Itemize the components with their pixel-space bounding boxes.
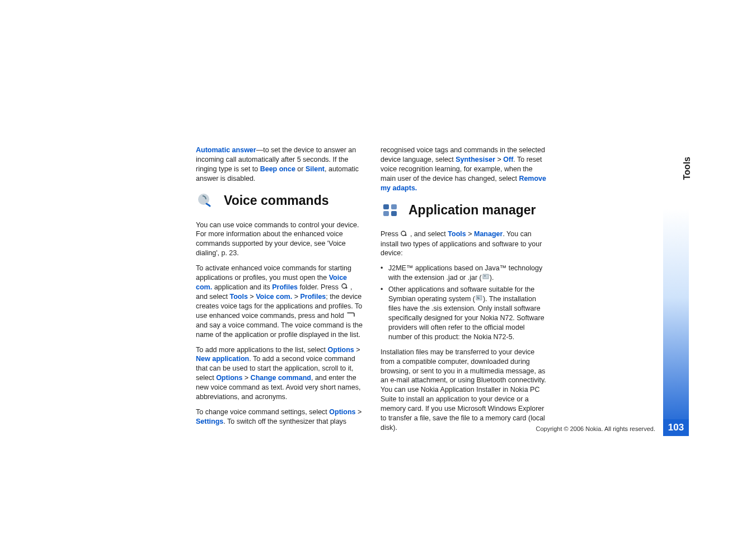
- paragraph-auto-answer: Automatic answer—to set the device to an…: [196, 146, 364, 184]
- link-silent: Silent: [306, 165, 325, 173]
- link-voice-com-2: Voice com.: [256, 293, 292, 301]
- link-change-command: Change command: [251, 374, 311, 382]
- side-tab-label: Tools: [682, 157, 692, 180]
- svg-rect-3: [383, 204, 389, 209]
- text: folder. Press: [298, 283, 340, 291]
- link-tools: Tools: [229, 293, 247, 301]
- heading-voice-commands: Voice commands: [196, 191, 364, 210]
- link-beep-once: Beep once: [260, 165, 295, 173]
- text: >: [242, 374, 250, 382]
- text: and say a voice command. The voice comma…: [196, 321, 363, 339]
- svg-rect-4: [391, 204, 397, 209]
- text: , and select: [408, 230, 448, 238]
- heading-app-manager: Application manager: [381, 200, 548, 219]
- paragraph-press-manager: Press , and select Tools > Manager. You …: [381, 229, 548, 258]
- text: >: [354, 346, 360, 354]
- link-automatic-answer: Automatic answer: [196, 146, 256, 154]
- text: >: [466, 230, 474, 238]
- menu-key-icon: [341, 283, 349, 292]
- text: ).: [490, 274, 494, 282]
- link-options: Options: [328, 346, 354, 354]
- send-key-icon: [346, 311, 356, 321]
- link-new-application: New application: [196, 355, 249, 363]
- text: To change voice command settings, select: [196, 408, 329, 416]
- heading-text: Voice commands: [224, 192, 328, 209]
- text: . To switch off the synthesizer that pla…: [223, 418, 346, 425]
- svg-point-8: [405, 234, 407, 236]
- paragraph-voice-activate: To activate enhanced voice commands for …: [196, 264, 364, 340]
- app-manager-icon: [381, 200, 400, 219]
- left-column: Automatic answer—to set the device to an…: [196, 146, 364, 438]
- list-item: Other applications and software suitable…: [381, 285, 548, 342]
- text: >: [356, 408, 362, 416]
- paragraph-synth: recognised voice tags and commands in th…: [381, 146, 548, 193]
- paragraph-settings: To change voice command settings, select…: [196, 407, 364, 427]
- text: J2ME™ applications based on Java™ techno…: [388, 264, 542, 282]
- text: To add more applications to the list, se…: [196, 346, 328, 354]
- text: >: [495, 156, 503, 163]
- text: To activate enhanced voice commands for …: [196, 264, 351, 282]
- link-manager: Manager: [474, 230, 503, 238]
- paragraph-add-apps: To add more applications to the list, se…: [196, 345, 364, 402]
- svg-point-0: [198, 194, 209, 205]
- list-item: J2ME™ applications based on Java™ techno…: [381, 264, 548, 283]
- page-content: Automatic answer—to set the device to an…: [0, 0, 756, 438]
- jar-file-icon: [482, 273, 490, 283]
- svg-rect-5: [383, 211, 389, 216]
- text: >: [292, 293, 300, 301]
- link-profiles: Profiles: [272, 283, 298, 291]
- link-synthesiser: Synthesiser: [456, 156, 495, 163]
- svg-rect-6: [391, 211, 397, 216]
- menu-key-icon: [400, 230, 408, 240]
- right-column: recognised voice tags and commands in th…: [381, 146, 548, 438]
- copyright-text: Copyright © 2006 Nokia. All rights reser…: [536, 425, 655, 432]
- sis-file-icon: [475, 294, 483, 304]
- text: >: [248, 293, 256, 301]
- link-profiles-2: Profiles: [300, 293, 326, 301]
- page-number: 103: [663, 419, 689, 436]
- voice-commands-icon: [196, 191, 215, 210]
- link-options-2: Options: [216, 374, 242, 382]
- link-settings: Settings: [196, 418, 223, 425]
- paragraph-voice-intro: You can use voice commands to control yo…: [196, 221, 364, 259]
- text: Press: [381, 230, 400, 238]
- heading-text: Application manager: [408, 202, 536, 219]
- svg-rect-10: [484, 275, 486, 277]
- link-tools: Tools: [448, 230, 466, 238]
- text: or: [295, 165, 306, 173]
- paragraph-install-transfer: Installation files may be transferred to…: [381, 348, 548, 433]
- app-types-list: J2ME™ applications based on Java™ techno…: [381, 264, 548, 342]
- text: application and its: [212, 283, 272, 291]
- svg-point-2: [345, 287, 347, 288]
- link-off: Off: [503, 156, 513, 163]
- link-options-3: Options: [329, 408, 355, 416]
